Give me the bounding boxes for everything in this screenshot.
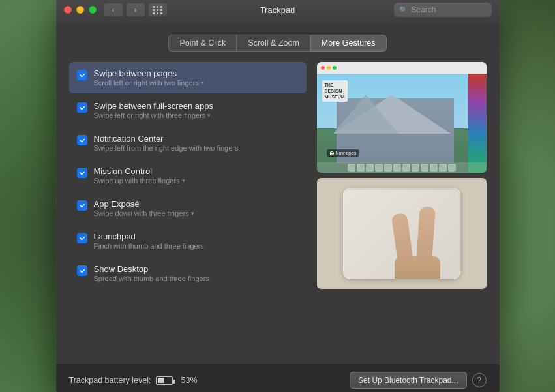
roof-svg [333, 95, 451, 134]
dropdown-chevron-icon: ▾ [182, 177, 185, 184]
launchpad-text: Launchpad Pinch with thumb and three fin… [94, 232, 204, 250]
checkbox-swipe-fullscreen[interactable] [77, 102, 87, 113]
swipe-fullscreen-title: Swipe between full-screen apps [94, 101, 214, 111]
checkbox-app-expose[interactable] [77, 200, 87, 211]
checkbox-swipe-pages[interactable] [77, 70, 87, 80]
mockup-minimize-dot [327, 66, 331, 70]
close-button[interactable] [64, 6, 72, 14]
apps-grid-icon [153, 6, 163, 14]
checkbox-mission-control[interactable] [77, 168, 87, 178]
finger-2 [416, 206, 436, 262]
sidebar-strip [468, 74, 487, 173]
mockup-content: THEDESIGNMUSEUM ▶ Now open [317, 74, 487, 173]
battery-percentage: 53% [181, 376, 197, 385]
launchpad-desc: Pinch with thumb and three fingers [94, 242, 204, 250]
dock-icon [393, 164, 401, 172]
setting-swipe-fullscreen[interactable]: Swipe between full-screen apps Swipe lef… [69, 95, 307, 126]
battery-tip [173, 380, 175, 384]
checkmark-icon [79, 202, 85, 209]
setting-show-desktop[interactable]: Show Desktop Spread with thumb and three… [69, 258, 307, 289]
show-desktop-desc: Spread with thumb and three fingers [94, 275, 209, 282]
dropdown-chevron-icon: ▾ [201, 80, 204, 86]
setting-app-expose[interactable]: App Exposé Swipe down with three fingers… [69, 192, 307, 224]
tab-scroll-zoom[interactable]: Scroll & Zoom [237, 35, 310, 52]
notification-center-text: Notification Center Swipe left from the … [94, 134, 239, 152]
play-icon: ▶ [330, 151, 334, 155]
finger-1 [391, 213, 413, 264]
window-title: Trackpad [260, 5, 295, 15]
mission-control-title: Mission Control [94, 166, 185, 176]
museum-background: THEDESIGNMUSEUM ▶ Now open [317, 74, 487, 173]
preview-area: THEDESIGNMUSEUM ▶ Now open [317, 62, 487, 289]
trackpad-preferences-window: ‹ › Trackpad 🔍 Search Point & Click Scro… [56, 0, 500, 392]
battery-section: Trackpad battery level: 53% [69, 376, 198, 385]
battery-icon [156, 376, 175, 385]
tab-bar: Point & Click Scroll & Zoom More Gesture… [69, 35, 487, 52]
checkmark-icon [79, 137, 85, 143]
checkbox-launchpad[interactable] [77, 233, 87, 243]
show-desktop-text: Show Desktop Spread with thumb and three… [94, 264, 209, 282]
swipe-pages-text: Swipe between pages Scroll left or right… [94, 68, 204, 87]
mockup-close-dot [321, 66, 325, 70]
swipe-pages-title: Swipe between pages [94, 68, 204, 78]
back-button[interactable]: ‹ [104, 3, 123, 16]
search-placeholder: Search [412, 5, 436, 14]
battery-label: Trackpad battery level: [69, 376, 151, 385]
checkmark-icon [79, 72, 85, 78]
mockup-top-bar [317, 62, 487, 74]
swipe-pages-desc: Scroll left or right with two fingers ▾ [94, 79, 204, 87]
preview-bottom [317, 178, 487, 289]
launchpad-title: Launchpad [94, 232, 204, 241]
dock-icon [402, 164, 410, 172]
dock-icon [375, 164, 383, 172]
notification-center-title: Notification Center [94, 134, 239, 143]
preview-top: THEDESIGNMUSEUM ▶ Now open [317, 62, 487, 173]
dock-icon [357, 164, 365, 172]
content-area: Point & Click Scroll & Zoom More Gesture… [56, 24, 500, 363]
forward-button[interactable]: › [127, 3, 145, 16]
dock-icon [430, 164, 438, 172]
dropdown-chevron-icon: ▾ [191, 210, 194, 217]
bottom-bar: Trackpad battery level: 53% Set Up Bluet… [56, 363, 500, 392]
roof-area [333, 95, 451, 134]
app-expose-desc: Swipe down with three fingers ▾ [94, 209, 194, 217]
setting-launchpad[interactable]: Launchpad Pinch with thumb and three fin… [69, 225, 307, 256]
app-expose-title: App Exposé [94, 199, 194, 209]
app-expose-text: App Exposé Swipe down with three fingers… [94, 199, 194, 217]
maximize-button[interactable] [89, 6, 97, 14]
setup-bluetooth-button[interactable]: Set Up Bluetooth Trackpad... [350, 372, 466, 389]
setting-swipe-pages[interactable]: Swipe between pages Scroll left or right… [69, 62, 307, 93]
trackpad-device [343, 188, 460, 279]
notification-center-desc: Swipe left from the right edge with two … [94, 144, 239, 152]
checkmark-icon [79, 267, 85, 274]
tab-point-click[interactable]: Point & Click [168, 35, 237, 52]
checkbox-show-desktop[interactable] [77, 265, 87, 276]
dock-icon [366, 164, 374, 172]
mockup-dock [317, 162, 487, 173]
help-button[interactable]: ? [472, 373, 487, 387]
checkbox-notification-center[interactable] [77, 135, 87, 145]
museum-label: THEDESIGNMUSEUM [322, 80, 348, 102]
swipe-fullscreen-text: Swipe between full-screen apps Swipe lef… [94, 101, 214, 119]
show-desktop-title: Show Desktop [94, 264, 209, 274]
main-area: Swipe between pages Scroll left or right… [69, 62, 487, 289]
mission-control-text: Mission Control Swipe up with three fing… [94, 166, 185, 185]
mockup-expand-dot [333, 66, 337, 70]
dock-icon [448, 164, 456, 172]
search-bar[interactable]: 🔍 Search [394, 3, 492, 17]
apps-grid-button[interactable] [149, 3, 167, 16]
tab-more-gestures[interactable]: More Gestures [310, 35, 387, 52]
setting-mission-control[interactable]: Mission Control Swipe up with three fing… [69, 160, 307, 191]
swipe-fullscreen-desc: Swipe left or right with three fingers ▾ [94, 112, 214, 119]
hand-gesture [385, 197, 450, 279]
checkmark-icon [79, 170, 85, 176]
titlebar: ‹ › Trackpad 🔍 Search [56, 0, 500, 24]
dock-icon [348, 164, 355, 172]
mission-control-desc: Swipe up with three fingers ▾ [94, 177, 185, 185]
settings-list: Swipe between pages Scroll left or right… [69, 62, 307, 289]
minimize-button[interactable] [76, 6, 84, 14]
battery-fill [158, 378, 165, 383]
setting-notification-center[interactable]: Notification Center Swipe left from the … [69, 127, 307, 158]
right-buttons: Set Up Bluetooth Trackpad... ? [350, 372, 486, 389]
dock-icon [384, 164, 392, 172]
